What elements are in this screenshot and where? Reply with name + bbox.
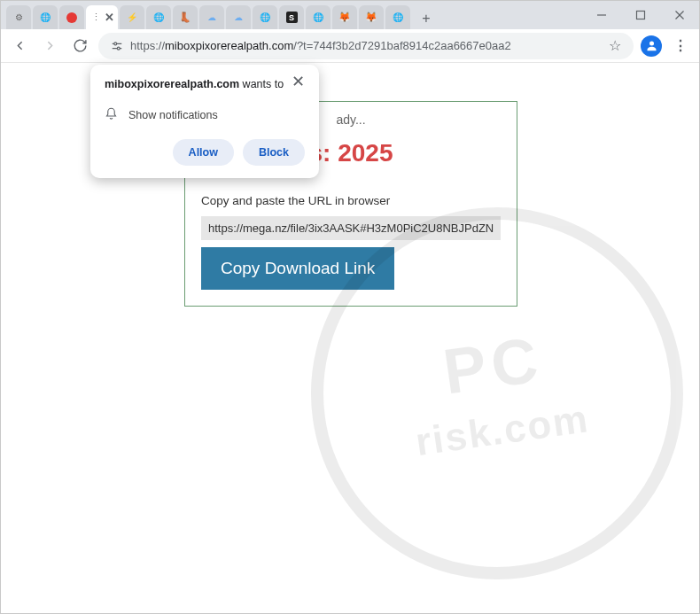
site-settings-icon[interactable] xyxy=(111,40,123,52)
allow-button[interactable]: Allow xyxy=(173,139,234,166)
gear-icon: ⚙ xyxy=(12,12,25,24)
hint-text: Copy and paste the URL in browser xyxy=(201,194,501,207)
copy-download-link-button[interactable]: Copy Download Link xyxy=(201,247,394,290)
tab-2[interactable] xyxy=(59,5,84,29)
cloud-icon: ☁ xyxy=(232,12,245,24)
tab-6[interactable]: 👢 xyxy=(173,5,198,29)
svg-point-7 xyxy=(117,47,120,50)
bookmark-star-icon[interactable]: ☆ xyxy=(609,37,621,54)
permission-title: miboxpixorerealpath.com wants to xyxy=(105,77,291,93)
tab-0[interactable]: ⚙ xyxy=(6,5,31,29)
globe-icon: 🌐 xyxy=(259,12,271,24)
tab-12[interactable]: 🦊 xyxy=(332,5,357,29)
tab-9[interactable]: 🌐 xyxy=(253,5,277,29)
profile-avatar[interactable] xyxy=(641,35,662,57)
cloud-icon: ☁ xyxy=(206,12,218,24)
boot-icon: 👢 xyxy=(179,12,191,24)
square-s-icon: S xyxy=(286,12,298,23)
globe-icon: 🌐 xyxy=(392,12,404,24)
svg-point-6 xyxy=(114,42,117,44)
titlebar: ⚙ 🌐 ⋮ ✕ ⚡ 🌐 👢 ☁ ☁ 🌐 S 🌐 🦊 🦊 🌐 + xyxy=(1,1,699,29)
tab-14[interactable]: 🌐 xyxy=(385,5,410,29)
tab-7[interactable]: ☁ xyxy=(199,5,224,29)
url-text: https://miboxpixorerealpath.com/?t=744f3… xyxy=(130,39,511,52)
reload-button[interactable] xyxy=(68,35,91,58)
tab-10[interactable]: S xyxy=(279,5,304,29)
fox-icon: 🦊 xyxy=(365,12,377,24)
circle-red-icon xyxy=(66,12,77,23)
tab-1[interactable]: 🌐 xyxy=(33,5,58,29)
browser-toolbar: https://miboxpixorerealpath.com/?t=744f3… xyxy=(1,29,699,63)
svg-point-8 xyxy=(649,42,654,46)
tab-close-icon[interactable]: ✕ xyxy=(105,11,114,24)
address-bar[interactable]: https://miboxpixorerealpath.com/?t=744f3… xyxy=(98,33,634,59)
notification-permission-popup: miboxpixorerealpath.com wants to ✕ Show … xyxy=(90,65,319,178)
bell-icon xyxy=(105,107,118,123)
block-button[interactable]: Block xyxy=(243,139,305,166)
tab-5[interactable]: 🌐 xyxy=(146,5,171,29)
close-window-button[interactable] xyxy=(660,1,699,29)
tab-13[interactable]: 🦊 xyxy=(359,5,384,29)
maximize-button[interactable] xyxy=(621,1,660,29)
fox-icon: 🦊 xyxy=(338,12,351,24)
globe-icon: 🌐 xyxy=(152,12,165,24)
permission-label: Show notifications xyxy=(128,109,218,121)
download-url-box[interactable]: https://mega.nz/file/3ix3AASK#H3zM0PiC2U… xyxy=(201,216,501,240)
tab-active[interactable]: ⋮ ✕ xyxy=(86,5,118,29)
tab-4[interactable]: ⚡ xyxy=(120,5,144,29)
forward-button[interactable] xyxy=(38,35,61,58)
close-icon[interactable]: ✕ xyxy=(292,75,305,88)
page-fav-icon: ⋮ xyxy=(91,12,101,24)
minimize-button[interactable] xyxy=(582,1,621,29)
new-tab-button[interactable]: + xyxy=(416,8,437,29)
tab-8[interactable]: ☁ xyxy=(226,5,251,29)
back-button[interactable] xyxy=(8,35,31,58)
svg-rect-1 xyxy=(637,12,645,19)
browser-menu-button[interactable]: ⋮ xyxy=(669,37,692,54)
tab-strip: ⚙ 🌐 ⋮ ✕ ⚡ 🌐 👢 ☁ ☁ 🌐 S 🌐 🦊 🦊 🌐 + xyxy=(1,1,582,29)
window-controls xyxy=(582,1,699,29)
bolt-icon: ⚡ xyxy=(126,12,138,24)
globe-icon: 🌐 xyxy=(39,12,51,24)
globe-icon: 🌐 xyxy=(312,12,324,24)
tab-11[interactable]: 🌐 xyxy=(306,5,331,29)
